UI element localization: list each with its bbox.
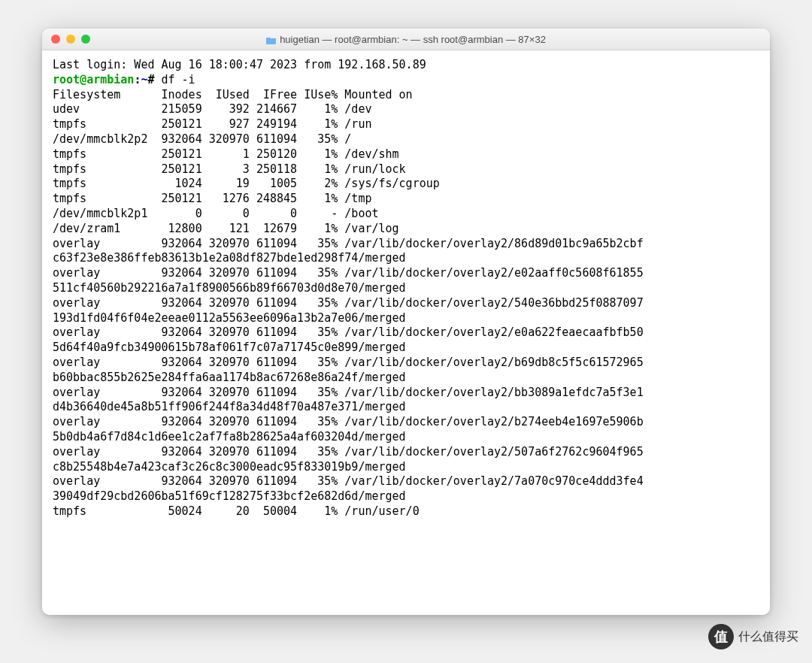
minimize-icon[interactable] <box>66 35 75 44</box>
folder-icon <box>266 35 277 44</box>
terminal-body[interactable]: Last login: Wed Aug 16 18:00:47 2023 fro… <box>42 50 770 615</box>
watermark-text: 什么值得买 <box>738 629 798 645</box>
watermark-badge: 值 <box>708 624 734 649</box>
traffic-lights <box>42 35 90 44</box>
watermark: 值 什么值得买 <box>708 624 798 649</box>
maximize-icon[interactable] <box>81 35 90 44</box>
close-icon[interactable] <box>51 35 60 44</box>
window-title-text: huigetian — root@armbian: ~ — ssh root@a… <box>280 34 546 45</box>
terminal-window: huigetian — root@armbian: ~ — ssh root@a… <box>42 29 770 615</box>
titlebar: huigetian — root@armbian: ~ — ssh root@a… <box>42 29 770 50</box>
window-title: huigetian — root@armbian: ~ — ssh root@a… <box>42 34 770 45</box>
